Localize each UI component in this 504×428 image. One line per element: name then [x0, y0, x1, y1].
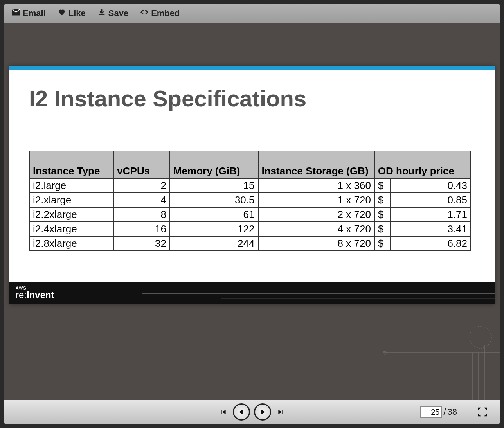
- slide-footer: AWS re:Invent: [9, 282, 495, 304]
- cell-vcpus: 8: [113, 207, 170, 222]
- cell-storage: 4 x 720: [258, 222, 374, 236]
- like-button[interactable]: Like: [58, 8, 86, 19]
- cell-currency: $: [374, 236, 391, 251]
- cell-price: 1.71: [391, 207, 471, 222]
- slide-viewer: Email Like Save Embed I2 Instance Specif…: [0, 0, 504, 428]
- download-icon: [97, 8, 106, 19]
- table-row: i2.large 2 15 1 x 360 $ 0.43: [29, 178, 471, 193]
- slide-title: I2 Instance Specifications: [9, 70, 495, 123]
- first-slide-button[interactable]: [217, 406, 229, 418]
- envelope-icon: [12, 8, 20, 19]
- table-row: i2.4xlarge 16 122 4 x 720 $ 3.41: [29, 222, 471, 236]
- table-row: i2.8xlarge 32 244 8 x 720 $ 6.82: [29, 236, 471, 251]
- cell-price: 3.41: [391, 222, 471, 236]
- cell-type: i2.8xlarge: [29, 236, 113, 251]
- logo-invent: Invent: [27, 290, 54, 300]
- logo-aws: AWS: [16, 286, 54, 290]
- cell-type: i2.2xlarge: [29, 207, 113, 222]
- cell-currency: $: [374, 193, 391, 207]
- cell-memory: 244: [170, 236, 258, 251]
- email-button[interactable]: Email: [12, 8, 46, 19]
- header-memory: Memory (GiB): [170, 151, 258, 178]
- page-indicator: / 38: [420, 406, 457, 418]
- embed-button[interactable]: Embed: [140, 8, 180, 19]
- reinvent-logo: AWS re:Invent: [16, 286, 54, 300]
- prev-slide-button[interactable]: [233, 403, 250, 421]
- header-instance-type: Instance Type: [29, 151, 113, 178]
- logo-re: re:: [16, 290, 27, 300]
- cell-storage: 1 x 720: [258, 193, 374, 207]
- cell-price: 0.43: [391, 178, 471, 193]
- cell-vcpus: 2: [113, 178, 170, 193]
- save-button[interactable]: Save: [97, 8, 128, 19]
- top-toolbar: Email Like Save Embed: [4, 4, 500, 23]
- cell-memory: 122: [170, 222, 258, 236]
- fullscreen-button[interactable]: [476, 405, 489, 419]
- save-label: Save: [108, 8, 128, 18]
- cell-currency: $: [374, 178, 391, 193]
- cell-storage: 8 x 720: [258, 236, 374, 251]
- table-header-row: Instance Type vCPUs Memory (GiB) Instanc…: [29, 151, 471, 178]
- cell-type: i2.4xlarge: [29, 222, 113, 236]
- like-label: Like: [68, 8, 86, 18]
- cell-vcpus: 32: [113, 236, 170, 251]
- cell-storage: 1 x 360: [258, 178, 374, 193]
- heart-icon: [58, 8, 66, 19]
- current-page-input[interactable]: [420, 406, 442, 418]
- table-row: i2.2xlarge 8 61 2 x 720 $ 1.71: [29, 207, 471, 222]
- cell-currency: $: [374, 207, 391, 222]
- player-bar: / 38: [4, 400, 500, 424]
- cell-memory: 15: [170, 178, 258, 193]
- slide: I2 Instance Specifications Instance Type…: [9, 66, 495, 304]
- cell-type: i2.xlarge: [29, 193, 113, 207]
- email-label: Email: [23, 8, 46, 18]
- cell-currency: $: [374, 222, 391, 236]
- next-slide-button[interactable]: [254, 403, 271, 421]
- code-icon: [140, 8, 149, 19]
- table-body: i2.large 2 15 1 x 360 $ 0.43 i2.xlarge 4…: [29, 178, 471, 251]
- nav-controls: [217, 403, 287, 421]
- header-vcpus: vCPUs: [113, 151, 170, 178]
- cell-memory: 30.5: [170, 193, 258, 207]
- cell-type: i2.large: [29, 178, 113, 193]
- slide-accent-bar: [9, 66, 495, 70]
- total-pages: 38: [448, 407, 457, 417]
- cell-vcpus: 16: [113, 222, 170, 236]
- spec-table: Instance Type vCPUs Memory (GiB) Instanc…: [29, 151, 471, 251]
- last-slide-button[interactable]: [275, 406, 287, 418]
- cell-price: 0.85: [391, 193, 471, 207]
- page-separator: /: [443, 407, 446, 417]
- cell-price: 6.82: [391, 236, 471, 251]
- slide-stage: I2 Instance Specifications Instance Type…: [4, 23, 500, 400]
- header-price: OD hourly price: [374, 151, 471, 178]
- cell-memory: 61: [170, 207, 258, 222]
- cell-storage: 2 x 720: [258, 207, 374, 222]
- table-row: i2.xlarge 4 30.5 1 x 720 $ 0.85: [29, 193, 471, 207]
- header-storage: Instance Storage (GB): [258, 151, 374, 178]
- embed-label: Embed: [151, 8, 180, 18]
- cell-vcpus: 4: [113, 193, 170, 207]
